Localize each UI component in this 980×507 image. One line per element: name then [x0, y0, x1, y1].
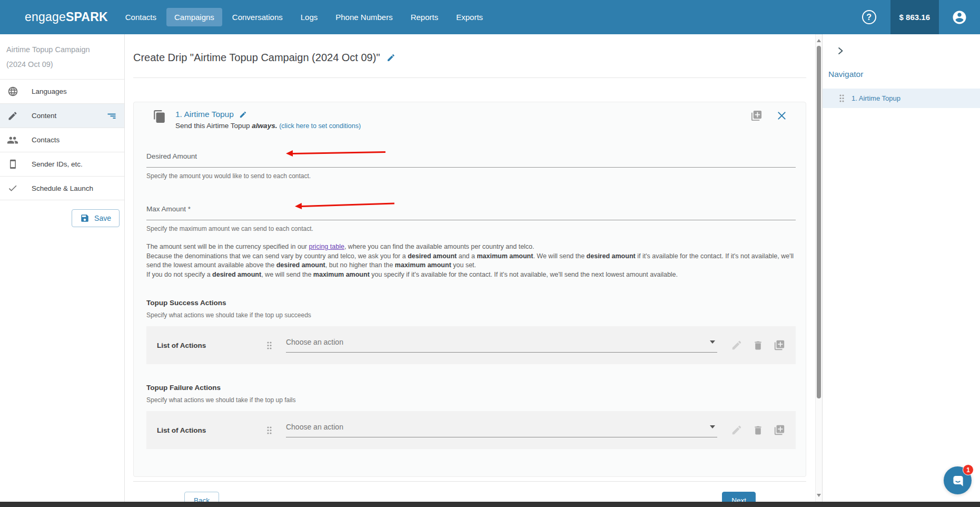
collapse-panel-chevron-icon[interactable] — [835, 46, 845, 56]
set-conditions-link[interactable]: (click here to set conditions) — [279, 122, 361, 130]
sidebar-item-label: Contacts — [32, 136, 60, 144]
max-amount-field: Max Amount * Specify the maximum amount … — [146, 204, 796, 232]
duplicate-action-icon[interactable] — [774, 339, 785, 351]
navigator-panel: Navigator 1. Airtime Topup — [822, 34, 980, 502]
desired-amount-input[interactable] — [146, 162, 796, 168]
account-balance[interactable]: $ 863.16 — [890, 0, 939, 34]
list-of-actions-label: List of Actions — [157, 342, 266, 349]
desired-amount-helper: Specify the amount you would like to sen… — [146, 172, 796, 180]
navbar-right-cluster: ? $ 863.16 — [862, 0, 980, 34]
desired-amount-label: Desired Amount — [146, 152, 197, 160]
sidebar-item-label: Sender IDs, etc. — [32, 160, 83, 168]
success-action-select-value: Choose an action — [286, 338, 343, 346]
logo-prefix: engage — [25, 10, 66, 24]
max-amount-input[interactable] — [146, 214, 796, 220]
nav-item-conversations[interactable]: Conversations — [224, 8, 291, 26]
navigator-item-airtime-topup[interactable]: 1. Airtime Topup — [823, 89, 980, 108]
bottom-dark-bar — [0, 502, 980, 507]
next-button[interactable]: Next — [722, 492, 756, 502]
campaign-steps-menu: Languages Content Contacts Sender IDs, e… — [0, 79, 124, 200]
chat-bubble-icon — [950, 473, 966, 489]
failure-action-select[interactable]: Choose an action — [286, 423, 717, 437]
send-condition-always: always. — [252, 122, 277, 130]
scrollbar-down-arrow[interactable] — [817, 494, 821, 497]
save-row: Save — [0, 200, 124, 227]
airtime-topup-card: 1. Airtime Topup Send this Airtime Topup… — [133, 102, 806, 477]
scrollbar-up-arrow[interactable] — [817, 39, 821, 42]
sidebar-item-label: Schedule & Launch — [32, 184, 93, 192]
nav-item-reports[interactable]: Reports — [403, 8, 447, 26]
nav-item-contacts[interactable]: Contacts — [117, 8, 164, 26]
nav-item-exports[interactable]: Exports — [448, 8, 491, 26]
engagespark-logo[interactable]: engageSPARK — [25, 10, 108, 24]
topup-failure-actions-heading: Topup Failure Actions — [146, 384, 796, 392]
success-action-select[interactable]: Choose an action — [286, 338, 717, 353]
sidebar-item-schedule-launch[interactable]: Schedule & Launch — [0, 176, 124, 200]
sidebar-item-content[interactable]: Content — [0, 103, 124, 128]
edit-action-pencil-icon[interactable] — [731, 339, 743, 351]
title-divider — [133, 77, 806, 78]
topup-failure-actions-helper: Specify what actions we should take if t… — [146, 396, 796, 404]
page-title: Create Drip "Airtime Topup Campaign (202… — [133, 52, 380, 64]
nav-item-logs[interactable]: Logs — [293, 8, 326, 26]
drag-handle-icon[interactable] — [266, 426, 272, 435]
top-navbar: engageSPARK Contacts Campaigns Conversat… — [0, 0, 980, 34]
pricing-table-link[interactable]: pricing table — [309, 243, 344, 250]
campaign-title: Airtime Topup Campaign (2024 Oct 09) — [0, 34, 108, 79]
amount-info-text: The amount sent will be in the currency … — [146, 242, 796, 279]
sidebar-item-languages[interactable]: Languages — [0, 79, 124, 103]
logo-suffix: SPARK — [66, 10, 108, 24]
help-icon[interactable]: ? — [862, 10, 876, 24]
scrollbar-thumb[interactable] — [817, 46, 821, 398]
edit-step-pencil-icon[interactable] — [239, 111, 247, 119]
sidebar-item-sender-ids[interactable]: Sender IDs, etc. — [0, 152, 124, 176]
edit-action-pencil-icon[interactable] — [731, 424, 743, 436]
copy-pages-icon — [153, 110, 166, 123]
checkmark-icon — [6, 183, 19, 193]
topup-success-actions-helper: Specify what actions we should take if t… — [146, 311, 796, 319]
chat-notification-badge: 1 — [963, 464, 974, 475]
user-account-icon[interactable] — [952, 9, 967, 25]
send-condition-prefix: Send this Airtime Topup — [175, 122, 250, 130]
list-of-actions-label: List of Actions — [157, 426, 266, 434]
close-step-icon[interactable] — [776, 110, 787, 121]
navigator-item-label: 1. Airtime Topup — [852, 94, 900, 102]
floppy-disk-icon — [80, 213, 90, 223]
failure-action-select-value: Choose an action — [286, 423, 343, 431]
back-button[interactable]: Back — [184, 492, 219, 502]
red-annotation-arrow — [293, 151, 385, 154]
delete-action-trash-icon[interactable] — [753, 340, 764, 351]
drag-handle-icon[interactable] — [839, 94, 845, 103]
globe-icon — [6, 86, 19, 97]
content-list-icon — [106, 111, 117, 121]
save-button-label: Save — [94, 214, 111, 222]
sidebar-item-label: Languages — [32, 87, 67, 95]
chevron-down-icon — [710, 340, 715, 344]
nav-item-campaigns[interactable]: Campaigns — [166, 8, 222, 26]
duplicate-action-icon[interactable] — [774, 424, 785, 436]
save-button[interactable]: Save — [72, 209, 120, 227]
pencil-icon — [6, 111, 19, 121]
max-amount-label: Max Amount * — [146, 205, 191, 213]
chat-widget-button[interactable]: 1 — [944, 466, 972, 494]
card-header: 1. Airtime Topup Send this Airtime Topup… — [153, 110, 796, 130]
info-paragraph-2: Because the denominations that we can se… — [146, 252, 796, 270]
failure-action-row: List of Actions Choose an action — [146, 411, 796, 449]
edit-title-pencil-icon[interactable] — [387, 53, 395, 62]
phone-device-icon — [6, 159, 19, 169]
max-amount-helper: Specify the maximum amount we can send t… — [146, 225, 796, 232]
navigator-title: Navigator — [828, 70, 863, 79]
red-annotation-arrow — [302, 202, 394, 207]
chevron-down-icon — [710, 425, 715, 428]
topup-success-actions-heading: Topup Success Actions — [146, 299, 796, 307]
delete-action-trash-icon[interactable] — [753, 425, 764, 436]
drag-handle-icon[interactable] — [266, 341, 272, 350]
main-vertical-scrollbar[interactable] — [815, 34, 822, 502]
duplicate-step-icon[interactable] — [750, 110, 763, 122]
sidebar-item-contacts[interactable]: Contacts — [0, 128, 124, 152]
nav-item-phone-numbers[interactable]: Phone Numbers — [328, 8, 400, 26]
sidebar-item-label: Content — [32, 112, 56, 120]
main-nav-menu: Contacts Campaigns Conversations Logs Ph… — [116, 8, 492, 26]
main-content: Create Drip "Airtime Topup Campaign (202… — [125, 34, 815, 502]
campaign-sidebar: Airtime Topup Campaign (2024 Oct 09) Lan… — [0, 34, 125, 502]
